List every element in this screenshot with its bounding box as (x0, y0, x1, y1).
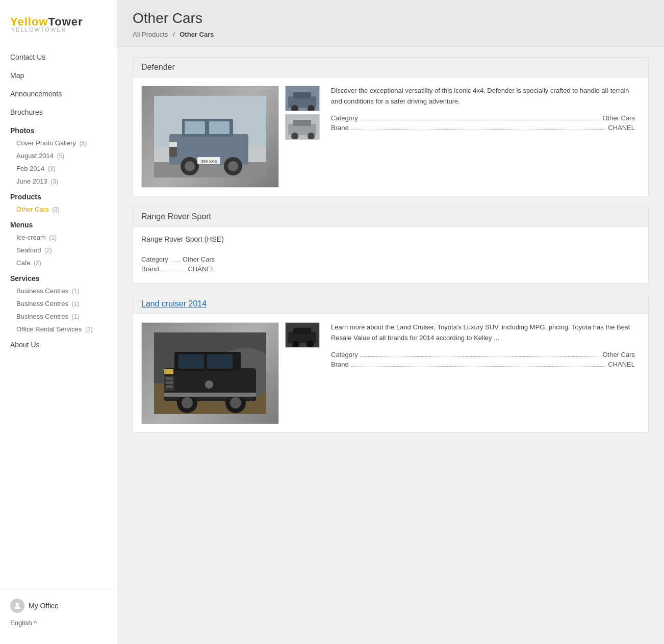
breadcrumb-current: Other Cars (180, 31, 214, 38)
menus-section-title: Menus (0, 216, 117, 231)
thumbnail-defender-2[interactable] (285, 114, 320, 140)
meta-label-brand-defender: Brand (331, 124, 349, 132)
svg-point-0 (16, 603, 19, 606)
meta-dots-category-land-cruiser (360, 356, 601, 357)
land-cruiser-image-placeholder (142, 323, 278, 424)
product-card-body-defender: 394 XAS (133, 78, 648, 196)
meta-label-brand-land-cruiser: Brand (331, 360, 349, 368)
my-office-row[interactable]: My Office (10, 595, 107, 617)
svg-rect-7 (209, 121, 229, 134)
product-card-land-cruiser: Land cruiser 2014 (133, 294, 649, 433)
sidebar-item-about-us[interactable]: About Us (0, 336, 117, 354)
page-title: Other Cars (133, 10, 649, 27)
svg-rect-18 (293, 92, 311, 98)
svg-rect-35 (166, 381, 173, 384)
sidebar-item-contact-us[interactable]: Contact Us (0, 48, 117, 66)
meta-value-brand-range-rover: CHANEL (188, 265, 215, 273)
sidebar-item-seafood[interactable]: Seafood (2) (0, 244, 117, 256)
meta-row-category-range-rover: Category Other Cars (141, 255, 215, 263)
sidebar-item-map[interactable]: Map (0, 66, 117, 85)
sidebar-item-announcements[interactable]: Announcements (0, 85, 117, 103)
product-card-range-rover: Range Rover Sport Range Rover Sport (HSE… (133, 207, 649, 284)
photos-section-title: Photos (0, 121, 117, 137)
sidebar-item-business-centres-1[interactable]: Business Centres (1) (0, 285, 117, 297)
sidebar: YellowTower YELLOWTOWER Contact Us Map A… (0, 0, 117, 644)
meta-row-brand-defender: Brand CHANEL (331, 124, 635, 132)
product-card-header-defender: Defender (133, 58, 648, 78)
product-meta-range-rover: Category Other Cars Brand CHANEL (141, 255, 215, 275)
sidebar-item-cafe[interactable]: Cafe (2) (0, 256, 117, 269)
meta-value-category-range-rover: Other Cars (183, 255, 215, 263)
product-name-defender: Defender (141, 63, 640, 72)
product-sub-name-range-rover: Range Rover Sport (HSE) (141, 235, 224, 243)
product-card-header-land-cruiser: Land cruiser 2014 (133, 294, 648, 314)
content-area: Defender (117, 47, 664, 644)
meta-row-category-defender: Category Other Cars (331, 114, 635, 122)
svg-text:394 XAS: 394 XAS (201, 159, 217, 164)
meta-row-brand-land-cruiser: Brand CHANEL (331, 360, 635, 368)
product-meta-land-cruiser: Category Other Cars Brand CHANEL (331, 351, 635, 368)
logo-area: YellowTower YELLOWTOWER (0, 10, 117, 48)
meta-label-category-range-rover: Category (141, 255, 168, 263)
svg-rect-32 (207, 354, 233, 369)
product-meta-defender: Category Other Cars Brand CHANEL (331, 114, 635, 132)
product-thumbnails-defender (285, 86, 320, 140)
meta-label-category-land-cruiser: Category (331, 351, 358, 358)
product-main-image-land-cruiser[interactable] (141, 322, 279, 424)
language-selector[interactable]: English ^ (10, 617, 107, 629)
svg-rect-31 (178, 354, 204, 369)
sidebar-item-june-2013[interactable]: June 2013 (3) (0, 175, 117, 188)
meta-dots-brand-land-cruiser (351, 366, 606, 367)
svg-point-38 (205, 380, 213, 389)
sidebar-item-brochures[interactable]: Brochures (0, 103, 117, 121)
svg-rect-36 (166, 385, 173, 388)
svg-rect-46 (293, 328, 311, 334)
meta-label-category-defender: Category (331, 114, 358, 122)
sidebar-item-august-2014[interactable]: August 2014 (5) (0, 149, 117, 162)
sidebar-item-feb-2014[interactable]: Feb 2014 (3) (0, 162, 117, 175)
defender-image-placeholder: 394 XAS (142, 86, 278, 187)
sidebar-item-business-centres-2[interactable]: Business Centres (1) (0, 297, 117, 310)
sidebar-item-business-centres-3[interactable]: Business Centres (1) (0, 310, 117, 323)
my-office-label: My Office (29, 602, 59, 610)
product-description-defender: Discover the exceptional versatility of … (331, 86, 635, 107)
svg-point-47 (292, 341, 299, 348)
product-card-header-range-rover: Range Rover Sport (133, 207, 648, 227)
product-card-body-range-rover: Range Rover Sport (HSE) Category Other C… (133, 227, 648, 283)
product-name-link-land-cruiser[interactable]: Land cruiser 2014 (141, 299, 207, 308)
svg-rect-43 (164, 393, 256, 397)
product-main-image-defender[interactable]: 394 XAS (141, 86, 279, 188)
product-name-land-cruiser: Land cruiser 2014 (141, 299, 640, 308)
breadcrumb: All Products / Other Cars (133, 31, 649, 38)
breadcrumb-separator: / (173, 31, 175, 38)
meta-dots-category-range-rover (170, 261, 181, 262)
thumbnail-defender-1[interactable] (285, 86, 320, 111)
meta-value-category-land-cruiser: Other Cars (602, 351, 635, 358)
sidebar-item-office-rental-services[interactable]: Office Rental Services (3) (0, 323, 117, 336)
meta-dots-brand-defender (351, 130, 606, 130)
main-content: Other Cars All Products / Other Cars Def… (117, 0, 664, 644)
svg-rect-34 (166, 377, 173, 380)
breadcrumb-link[interactable]: All Products (133, 31, 168, 38)
product-description-land-cruiser: Learn more about the Land Cruiser, Toyot… (331, 322, 635, 344)
product-card-body-land-cruiser: Learn more about the Land Cruiser, Toyot… (133, 314, 648, 432)
services-section-title: Services (0, 269, 117, 285)
svg-point-25 (308, 133, 315, 140)
sidebar-footer: My Office English ^ (0, 589, 117, 634)
svg-rect-15 (169, 147, 177, 157)
svg-rect-37 (164, 369, 173, 374)
avatar (10, 599, 24, 613)
thumbnail-land-cruiser-1[interactable] (285, 322, 320, 348)
product-info-land-cruiser: Learn more about the Land Cruiser, Toyot… (326, 322, 640, 370)
product-info-defender: Discover the exceptional versatility of … (326, 86, 640, 134)
svg-rect-23 (293, 120, 311, 126)
product-card-defender: Defender (133, 57, 649, 196)
svg-point-11 (228, 161, 238, 171)
product-name-range-rover: Range Rover Sport (141, 212, 640, 221)
svg-rect-14 (169, 142, 177, 147)
sidebar-item-other-cars[interactable]: Other Cars (3) (0, 203, 117, 216)
sidebar-item-cover-photo-gallery[interactable]: Cover Photo Gallery (5) (0, 137, 117, 149)
page-header: Other Cars All Products / Other Cars (117, 0, 664, 47)
meta-dots-category-defender (360, 120, 601, 120)
sidebar-item-ice-cream[interactable]: Ice-cream (1) (0, 231, 117, 244)
